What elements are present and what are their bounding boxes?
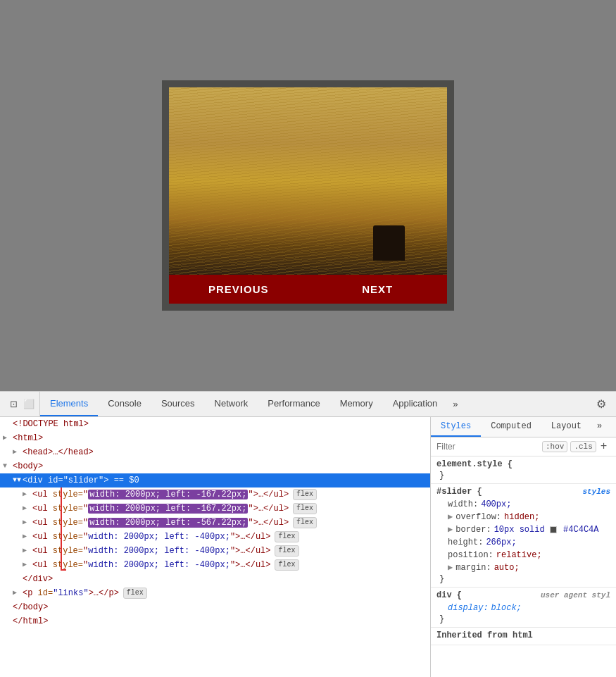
html-line[interactable]: <html> — [0, 431, 430, 445]
flex-badge-4[interactable]: flex — [275, 531, 298, 542]
svg-line-4 — [203, 140, 208, 218]
filter-plus-button[interactable]: + — [596, 440, 612, 453]
flex-badge-6[interactable]: flex — [275, 559, 298, 571]
svg-line-1 — [172, 144, 176, 214]
svg-line-16 — [329, 142, 334, 220]
svg-line-25 — [425, 148, 429, 231]
element-style-closing: } — [436, 471, 610, 480]
head-triangle[interactable] — [13, 446, 20, 459]
gear-icon: ⚙ — [596, 397, 606, 411]
svg-rect-28 — [391, 228, 425, 234]
prop-height-name: height: — [448, 536, 483, 549]
slider-image-svg — [169, 87, 447, 275]
head-line[interactable]: <head>…</head> — [0, 445, 430, 459]
slider-triangle[interactable]: ▼ — [13, 474, 20, 487]
flex-badge-5[interactable]: flex — [275, 545, 298, 557]
flex-badge-3[interactable]: flex — [293, 517, 317, 528]
svg-line-21 — [382, 147, 387, 229]
tab-elements[interactable]: Elements — [40, 392, 98, 416]
styles-panel: Styles Computed Layout » :hov .cls + ele… — [431, 417, 616, 677]
html-triangle[interactable] — [3, 432, 10, 445]
cursor-icon[interactable]: ⊡ — [7, 398, 20, 411]
prop-width: width: 400px; — [436, 498, 610, 511]
ul6-tag: <ul style="width: 2000px; left: -400px;"… — [32, 559, 270, 571]
svg-line-2 — [183, 137, 187, 221]
closing-html-line[interactable]: </html> — [0, 614, 430, 628]
prop-width-name: width: — [448, 498, 478, 511]
flex-badge-p[interactable]: flex — [123, 588, 147, 599]
tab-layout[interactable]: Layout — [541, 417, 591, 437]
prop-display-value: block; — [491, 602, 522, 614]
tab-styles[interactable]: Styles — [431, 417, 481, 437]
settings-button[interactable]: ⚙ — [589, 392, 613, 416]
div-closing: } — [436, 614, 610, 624]
ul-line-3[interactable]: <ul style="width: 2000px; left: -567.22p… — [0, 516, 430, 530]
slider-selector: #slider { styles — [436, 487, 610, 497]
ul1-triangle[interactable] — [23, 488, 30, 501]
elements-panel[interactable]: <!DOCTYPE html> <html> <head>…</head> <b… — [0, 417, 431, 677]
svg-line-26 — [435, 144, 440, 226]
p-links-line[interactable]: <p id="links">…</p> flex — [0, 586, 430, 600]
tab-memory[interactable]: Memory — [330, 392, 383, 416]
slider-closing: } — [436, 574, 610, 584]
slider-source[interactable]: styles — [582, 487, 610, 496]
tab-application[interactable]: Application — [383, 392, 448, 416]
ul2-triangle[interactable] — [23, 502, 30, 515]
element-style-selector: element.style { — [436, 459, 610, 469]
svg-line-5 — [213, 147, 218, 225]
tab-more[interactable]: » — [447, 392, 463, 416]
doctype-line[interactable]: <!DOCTYPE html> — [0, 417, 430, 431]
svg-line-10 — [266, 141, 271, 218]
flex-badge-2[interactable]: flex — [293, 503, 317, 514]
prev-button[interactable]: PREVIOUS — [169, 275, 308, 304]
svg-line-20 — [372, 144, 377, 225]
div-source: user agent styl — [541, 591, 610, 600]
tab-console[interactable]: Console — [98, 392, 151, 416]
tab-performance[interactable]: Performance — [258, 392, 329, 416]
color-swatch-border — [550, 526, 557, 533]
ul5-triangle[interactable] — [23, 545, 30, 557]
closing-body-line[interactable]: </body> — [0, 600, 430, 614]
prop-overflow-name: overflow: — [455, 511, 501, 523]
border-arrow[interactable]: ▶ — [448, 523, 453, 536]
tab-computed[interactable]: Computed — [481, 417, 541, 437]
ul-line-2[interactable]: <ul style="width: 2000px; left: -167.22p… — [0, 502, 430, 516]
next-button[interactable]: NEXT — [308, 275, 448, 304]
p-triangle[interactable] — [13, 587, 20, 600]
overflow-arrow[interactable]: ▶ — [448, 511, 453, 523]
closing-div-line[interactable]: </div> — [0, 572, 430, 586]
ul3-tag: <ul style="width: 2000px; left: -567.22p… — [32, 516, 289, 529]
ul-line-4[interactable]: <ul style="width: 2000px; left: -400px;"… — [0, 530, 430, 544]
prop-overflow-value: hidden; — [504, 511, 539, 523]
slider-div-line[interactable]: ▼ <div id="slider"> == $0 — [0, 473, 430, 487]
tab-network[interactable]: Network — [205, 392, 258, 416]
flex-badge-1[interactable]: flex — [293, 489, 317, 500]
styles-tab-more[interactable]: » — [591, 417, 608, 437]
device-icon[interactable]: ⬜ — [23, 398, 35, 411]
ul4-triangle[interactable] — [23, 530, 30, 543]
ul-line-6[interactable]: <ul style="width: 2000px; left: -400px;"… — [0, 558, 430, 572]
ul-line-1[interactable]: <ul style="width: 2000px; left: -167.22p… — [0, 487, 430, 502]
filter-cls-button[interactable]: .cls — [570, 441, 596, 452]
ul-line-5[interactable]: <ul style="width: 2000px; left: -400px;"… — [0, 544, 430, 558]
doctype-tag: <!DOCTYPE html> — [13, 418, 89, 430]
filter-hov-button[interactable]: :hov — [542, 441, 567, 452]
inherited-label: Inherited from html — [436, 631, 610, 640]
ul3-triangle[interactable] — [23, 516, 30, 529]
svg-line-8 — [245, 142, 250, 221]
svg-line-9 — [255, 145, 260, 227]
body-triangle[interactable] — [3, 460, 10, 473]
tab-sources[interactable]: Sources — [151, 392, 205, 416]
devtools-main: <!DOCTYPE html> <html> <head>…</head> <b… — [0, 417, 616, 677]
svg-line-12 — [287, 139, 292, 223]
svg-line-22 — [393, 142, 398, 221]
margin-arrow[interactable]: ▶ — [448, 561, 453, 574]
ul6-triangle[interactable] — [23, 559, 30, 571]
svg-line-24 — [414, 139, 419, 223]
ul5-tag: <ul style="width: 2000px; left: -400px;"… — [32, 545, 270, 557]
prop-height-value: 266px; — [486, 536, 516, 549]
viewport: PREVIOUS NEXT — [0, 0, 616, 391]
styles-filter-input[interactable] — [436, 442, 542, 452]
body-line[interactable]: <body> — [0, 459, 430, 473]
ul1-tag: <ul style="width: 2000px; left: -167.22p… — [32, 488, 289, 501]
